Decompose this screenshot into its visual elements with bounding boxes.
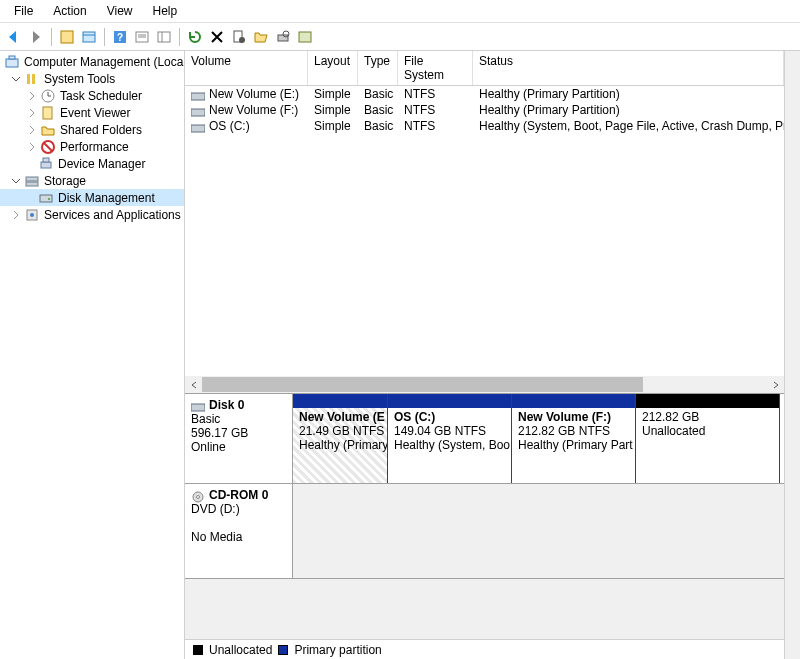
volume-row[interactable]: New Volume (E:)SimpleBasicNTFSHealthy (P… (185, 86, 784, 102)
tree-task-scheduler[interactable]: Task Scheduler (0, 87, 184, 104)
back-icon[interactable] (4, 27, 24, 47)
tree-label: Shared Folders (60, 123, 142, 137)
legend-swatch-primary (278, 645, 288, 655)
disk-row[interactable]: Disk 0 Basic 596.17 GB Online New Volume… (185, 394, 784, 484)
scroll-track[interactable] (202, 376, 767, 393)
view-icon[interactable] (79, 27, 99, 47)
disk-info: Disk 0 Basic 596.17 GB Online (185, 394, 293, 483)
settings-icon[interactable] (295, 27, 315, 47)
tree-storage[interactable]: Storage (0, 172, 184, 189)
scroll-left-icon[interactable] (185, 376, 202, 393)
cdrom-row[interactable]: CD-ROM 0 DVD (D:) No Media (185, 484, 784, 579)
tree-performance[interactable]: Performance (0, 138, 184, 155)
svg-rect-36 (191, 404, 205, 411)
column-layout[interactable]: Layout (308, 51, 358, 85)
main-area: Computer Management (Local System Tools … (0, 51, 800, 659)
volume-row[interactable]: OS (C:)SimpleBasicNTFSHealthy (System, B… (185, 118, 784, 134)
volume-rows: New Volume (E:)SimpleBasicNTFSHealthy (P… (185, 86, 784, 376)
svg-rect-25 (41, 162, 51, 168)
menu-file[interactable]: File (4, 2, 43, 20)
graphical-spacer (185, 579, 784, 639)
toolbar-separator (104, 28, 105, 46)
legend-primary: Primary partition (294, 643, 381, 657)
chevron-right-icon[interactable] (26, 90, 38, 102)
tree-device-manager[interactable]: Device Manager (0, 155, 184, 172)
tree-label: Task Scheduler (60, 89, 142, 103)
volume-row[interactable]: New Volume (F:)SimpleBasicNTFSHealthy (P… (185, 102, 784, 118)
svg-rect-34 (191, 109, 205, 116)
properties-icon[interactable] (229, 27, 249, 47)
menu-action[interactable]: Action (43, 2, 96, 20)
menu-view[interactable]: View (97, 2, 143, 20)
volume-list-header: Volume Layout Type File System Status (185, 51, 784, 86)
disk-partitions: New Volume (E21.49 GB NTFSHealthy (Prima… (293, 394, 784, 483)
disk-size: 596.17 GB (191, 426, 248, 440)
tree-services-apps[interactable]: Services and Applications (0, 206, 184, 223)
partition[interactable]: OS (C:)149.04 GB NTFSHealthy (System, Bo… (388, 394, 512, 483)
toolbar: ? (0, 23, 800, 51)
partition[interactable]: New Volume (F:)212.82 GB NTFSHealthy (Pr… (512, 394, 636, 483)
svg-rect-16 (9, 56, 15, 59)
svg-rect-35 (191, 125, 205, 132)
chevron-down-icon[interactable] (10, 175, 22, 187)
cdrom-type: DVD (D:) (191, 502, 240, 516)
disk-icon (191, 401, 205, 411)
column-status[interactable]: Status (473, 51, 784, 85)
help-icon[interactable]: ? (110, 27, 130, 47)
chevron-right-icon[interactable] (26, 107, 38, 119)
tree-label: Disk Management (58, 191, 155, 205)
tree-label: Services and Applications (44, 208, 181, 222)
graphical-view: Disk 0 Basic 596.17 GB Online New Volume… (185, 393, 784, 639)
disk-state: Online (191, 440, 226, 454)
chevron-right-icon[interactable] (26, 141, 38, 153)
chevron-down-icon[interactable] (10, 73, 22, 85)
svg-rect-27 (26, 177, 38, 181)
svg-point-30 (48, 198, 50, 200)
svg-rect-15 (6, 59, 18, 67)
content-pane: Volume Layout Type File System Status Ne… (185, 51, 785, 659)
tree-event-viewer[interactable]: Event Viewer (0, 104, 184, 121)
chevron-right-icon[interactable] (26, 124, 38, 136)
details-icon[interactable] (132, 27, 152, 47)
tree-shared-folders[interactable]: Shared Folders (0, 121, 184, 138)
cdrom-icon (191, 491, 205, 501)
partition[interactable]: New Volume (E21.49 GB NTFSHealthy (Prima… (293, 394, 388, 483)
svg-rect-29 (40, 195, 52, 202)
rescan-icon[interactable] (273, 27, 293, 47)
menu-help[interactable]: Help (143, 2, 188, 20)
delete-icon[interactable] (207, 27, 227, 47)
svg-point-11 (239, 37, 245, 43)
disk-name: Disk 0 (209, 398, 244, 412)
partition[interactable]: 212.82 GBUnallocated (636, 394, 780, 483)
column-volume[interactable]: Volume (185, 51, 308, 85)
tree-label: Event Viewer (60, 106, 130, 120)
drive-icon (191, 106, 205, 116)
cdrom-name: CD-ROM 0 (209, 488, 268, 502)
svg-text:?: ? (117, 32, 123, 43)
tree-label: Performance (60, 140, 129, 154)
legend: Unallocated Primary partition (185, 639, 784, 659)
column-type[interactable]: Type (358, 51, 398, 85)
svg-rect-14 (299, 32, 311, 42)
scroll-thumb[interactable] (202, 377, 643, 392)
forward-icon[interactable] (26, 27, 46, 47)
tree-label: Device Manager (58, 157, 145, 171)
refresh-icon[interactable] (185, 27, 205, 47)
tree-root[interactable]: Computer Management (Local (0, 53, 184, 70)
open-icon[interactable] (251, 27, 271, 47)
svg-rect-1 (83, 32, 95, 42)
svg-rect-8 (158, 32, 170, 42)
list-icon[interactable] (154, 27, 174, 47)
tree-label: Storage (44, 174, 86, 188)
scroll-right-icon[interactable] (767, 376, 784, 393)
show-hide-tree-icon[interactable] (57, 27, 77, 47)
svg-rect-0 (61, 31, 73, 43)
drive-icon (191, 90, 205, 100)
chevron-right-icon[interactable] (10, 209, 22, 221)
tree-label: System Tools (44, 72, 115, 86)
tree-disk-management[interactable]: Disk Management (0, 189, 184, 206)
navigation-tree: Computer Management (Local System Tools … (0, 51, 185, 659)
tree-system-tools[interactable]: System Tools (0, 70, 184, 87)
horizontal-scrollbar[interactable] (185, 376, 784, 393)
column-filesystem[interactable]: File System (398, 51, 473, 85)
